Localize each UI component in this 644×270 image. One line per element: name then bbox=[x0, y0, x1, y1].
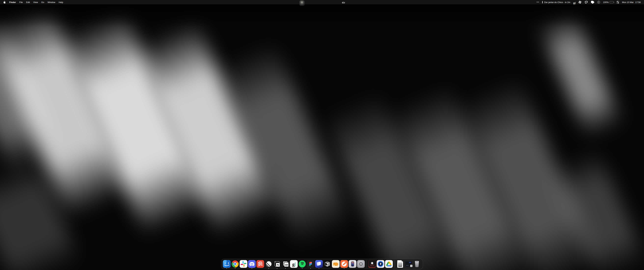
menu-item-label: Window bbox=[48, 1, 55, 4]
slack-icon bbox=[240, 260, 247, 268]
dock-item-discord[interactable] bbox=[248, 259, 256, 269]
dock-item-minimized-window[interactable]: 11 bbox=[404, 259, 413, 269]
toggle-pill bbox=[617, 2, 619, 4]
battery-nub bbox=[614, 2, 614, 3]
running-indicator bbox=[310, 268, 311, 269]
gear-icon: ⚙ bbox=[357, 260, 365, 268]
menu-item-label: Go bbox=[41, 1, 44, 4]
notion-calendar-icon: 10 bbox=[282, 260, 289, 268]
google-drive-icon bbox=[385, 260, 393, 268]
finder-icon bbox=[223, 260, 230, 268]
notion-icon: N bbox=[273, 260, 281, 268]
audio-visualizer-icon bbox=[342, 1, 345, 3]
dock-item-postman[interactable] bbox=[340, 259, 348, 269]
dock-item-1password[interactable] bbox=[376, 259, 385, 269]
desktop: Finder File Edit View Go Window Help •••… bbox=[0, 0, 644, 270]
menu-item-go[interactable]: Go bbox=[40, 0, 46, 4]
menu-item-window[interactable]: Window bbox=[46, 0, 57, 4]
running-indicator bbox=[344, 268, 344, 269]
dock-item-figma[interactable] bbox=[306, 259, 315, 269]
grammarly-icon: g bbox=[290, 260, 298, 268]
control-center-icon[interactable] bbox=[617, 0, 619, 4]
grammarly-icon[interactable]: g bbox=[573, 0, 576, 4]
dock-item-trash[interactable] bbox=[413, 259, 421, 269]
svg-text:10: 10 bbox=[285, 263, 288, 266]
menu-item-label: Finder bbox=[9, 1, 16, 4]
onepassword-icon[interactable] bbox=[598, 1, 600, 4]
dock-item-notion[interactable]: N bbox=[273, 259, 281, 269]
dock-item-grammarly[interactable]: g bbox=[290, 259, 298, 269]
running-indicator bbox=[235, 268, 236, 269]
running-indicator bbox=[226, 268, 227, 269]
dock-item-chrome[interactable] bbox=[231, 259, 239, 269]
dock-item-screen-studio[interactable] bbox=[315, 259, 323, 269]
dock-item-notion-calendar[interactable]: 10 bbox=[281, 259, 290, 269]
battery-status[interactable]: 100% ϟ bbox=[603, 1, 614, 4]
menu-item-edit[interactable]: Edit bbox=[24, 0, 32, 4]
date-label: Mon 10 Mar bbox=[622, 1, 634, 4]
dock-item-cube-3d-app[interactable] bbox=[323, 259, 332, 269]
discord-icon bbox=[248, 260, 256, 268]
dock-item-finder[interactable] bbox=[222, 259, 231, 269]
raycast-icon: raycast bbox=[368, 260, 376, 268]
postico-elephant-icon bbox=[332, 260, 340, 268]
sunburst-icon[interactable] bbox=[578, 0, 582, 4]
menu-bar-left: Finder File Edit View Go Window Help bbox=[0, 0, 65, 4]
album-art-thumbnail[interactable] bbox=[299, 0, 305, 6]
dock-item-linear[interactable] bbox=[264, 259, 273, 269]
time-label: 17:58 bbox=[635, 1, 641, 4]
chrome-icon bbox=[231, 260, 239, 268]
menu-item-view[interactable]: View bbox=[32, 0, 40, 4]
spotify-icon bbox=[298, 260, 306, 268]
dock-item-spotify[interactable] bbox=[298, 259, 306, 269]
onepassword-icon bbox=[377, 260, 384, 268]
menu-item-app[interactable]: Finder bbox=[8, 0, 18, 4]
menu-item-file[interactable]: File bbox=[18, 0, 24, 4]
dock-item-postico[interactable] bbox=[332, 259, 340, 269]
grammarly-cursor-icon bbox=[575, 2, 576, 4]
figma-icon bbox=[307, 260, 314, 268]
wallpaper bbox=[0, 0, 644, 270]
running-indicator bbox=[319, 268, 319, 269]
pick-icon[interactable] bbox=[584, 0, 588, 4]
dock-item-raycast[interactable]: raycast bbox=[368, 259, 376, 269]
dock-item-google-drive[interactable] bbox=[385, 259, 393, 269]
trash-icon bbox=[413, 260, 421, 268]
menu-item-label: File bbox=[19, 1, 23, 4]
running-indicator bbox=[277, 268, 278, 269]
minimized-window-thumbnail: 11 bbox=[405, 261, 412, 267]
charging-bolt-icon: ϟ bbox=[611, 1, 612, 3]
menu-item-help[interactable]: Help bbox=[57, 0, 65, 4]
menu-item-label: View bbox=[33, 1, 38, 4]
wallpaper-band bbox=[538, 8, 623, 140]
running-indicator bbox=[285, 268, 286, 269]
cube-3d-icon bbox=[324, 260, 331, 268]
display-icon[interactable] bbox=[591, 0, 594, 4]
dock-item-todoist[interactable] bbox=[256, 259, 264, 269]
linear-icon bbox=[265, 260, 272, 268]
apple-menu[interactable] bbox=[0, 0, 8, 4]
menu-item-label: Edit bbox=[26, 1, 30, 4]
raycast-diamond-icon bbox=[371, 262, 373, 264]
calendar-badge-icon: 11 bbox=[410, 265, 412, 267]
running-indicator bbox=[268, 268, 269, 269]
grammarly-glyph: g bbox=[292, 262, 295, 266]
running-indicator bbox=[302, 268, 302, 269]
battery-icon: ϟ bbox=[610, 1, 614, 3]
apple-logo-icon bbox=[3, 1, 6, 4]
menu-bar-status: ••• Dar jantar do Chico · in 2m g bbox=[536, 0, 644, 4]
document-file-icon bbox=[397, 260, 403, 268]
dock-item-system-settings[interactable]: ⚙ bbox=[357, 259, 365, 269]
battery-percent-label: 100% bbox=[603, 1, 608, 4]
dock-item-document-file[interactable] bbox=[396, 259, 404, 269]
dock-item-slack[interactable] bbox=[239, 259, 248, 269]
dock-item-iphone-mirroring[interactable] bbox=[348, 259, 357, 269]
calendar-event-item[interactable]: Dar jantar do Chico · in 2m bbox=[542, 1, 570, 4]
status-overflow-icon[interactable]: ••• bbox=[536, 1, 539, 3]
raycast-label: raycast bbox=[370, 264, 374, 266]
iphone-mirroring-icon bbox=[349, 260, 356, 268]
event-indicator-bar-icon bbox=[542, 1, 543, 3]
menu-bar: Finder File Edit View Go Window Help •••… bbox=[0, 0, 644, 4]
dock: N 10 g bbox=[221, 259, 423, 269]
menu-bar-clock[interactable]: Mon 10 Mar 17:58 bbox=[622, 1, 641, 4]
